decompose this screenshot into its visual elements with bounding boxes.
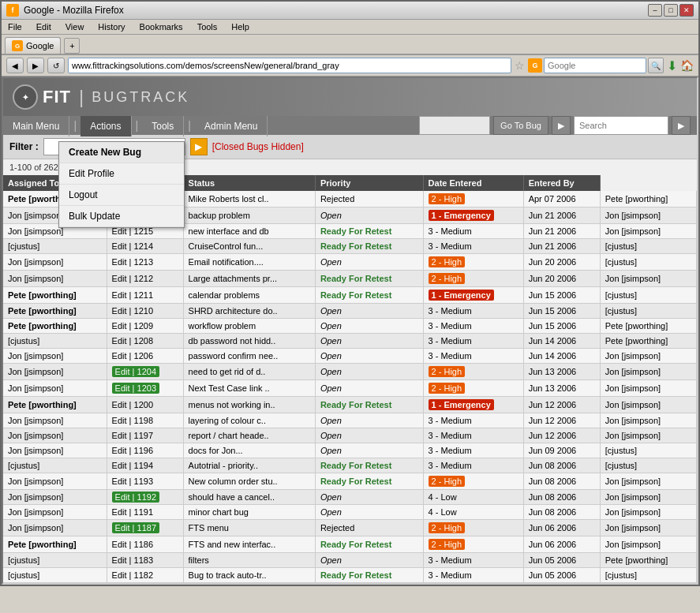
table-row: Jon [jsimpson]Edit | 1187FTS menuRejecte… [3,520,697,536]
cell-edit-id[interactable]: Edit | 1212 [107,271,183,287]
google-search-button[interactable]: 🔍 [648,58,664,73]
cell-assigned: Jon [jsimpson] [3,254,107,271]
go-to-bug-input[interactable] [419,116,490,135]
address-input[interactable] [68,58,511,73]
cell-entered-by: Jon [jsimpson] [600,380,696,397]
cell-subject: db password not hidd.. [183,334,315,349]
dropdown-create-bug[interactable]: Create New Bug [59,142,184,163]
cell-assigned: Jon [jsimpson] [3,413,107,428]
filter-go-button[interactable]: ▶ [190,138,208,155]
cell-edit-id[interactable]: Edit | 1196 [107,443,183,458]
cell-date: Jun 14 2006 [523,334,600,349]
cell-edit-id[interactable]: Edit | 1208 [107,334,183,349]
cell-priority: 1 - Emergency [423,287,523,304]
cell-edit-id[interactable]: Edit | 1197 [107,428,183,443]
browser-window: f Google - Mozilla Firefox – □ ✕ File Ed… [0,0,700,586]
cell-subject: calendar problems [183,287,315,304]
cell-status: Ready For Retest [315,271,423,287]
cell-edit-id[interactable]: Edit | 1192 [107,490,183,505]
search-button[interactable]: ▶ [672,116,691,135]
cell-edit-id[interactable]: Edit | 1209 [107,319,183,334]
menu-edit[interactable]: Edit [33,21,54,33]
cell-edit-id[interactable]: Edit | 1186 [107,536,183,553]
cell-status: Open [315,364,423,380]
cell-assigned: Pete [pworthing] [3,304,107,319]
menu-view[interactable]: View [62,21,88,33]
cell-edit-id[interactable]: Edit | 1203 [107,380,183,397]
close-button[interactable]: ✕ [679,4,694,17]
closed-bugs-link[interactable]: [Closed Bugs Hidden] [212,141,304,152]
cell-priority: 3 - Medium [423,304,523,319]
dropdown-bulk-update[interactable]: Bulk Update [59,206,184,227]
go-to-bug-arrow[interactable]: ▶ [552,116,571,135]
back-button[interactable]: ◀ [6,58,24,73]
table-row: Jon [jsimpson]Edit | 1193New column orde… [3,473,697,490]
tab-label: Google [26,41,54,50]
table-row: Jon [jsimpson]Edit | 1206password confir… [3,349,697,364]
dropdown-edit-profile[interactable]: Edit Profile [59,163,184,185]
cell-subject: Mike Roberts lost cl.. [183,191,315,207]
cell-date: Jun 21 2006 [523,207,600,224]
cell-edit-id[interactable]: Edit | 1191 [107,505,183,520]
cell-assigned: [cjustus] [3,458,107,473]
dropdown-logout[interactable]: Logout [59,185,184,206]
cell-edit-id[interactable]: Edit | 1198 [107,413,183,428]
cell-date: Jun 12 2006 [523,397,600,413]
cell-date: Jun 08 2006 [523,490,600,505]
new-tab-button[interactable]: + [64,38,80,54]
cell-edit-id[interactable]: Edit | 1206 [107,349,183,364]
menu-file[interactable]: File [5,21,25,33]
cell-priority: 1 - Emergency [423,207,523,224]
bookmark-star[interactable]: ☆ [515,59,525,72]
menu-tools[interactable]: Tools [194,21,221,33]
menu-help[interactable]: Help [228,21,253,33]
menu-history[interactable]: History [95,21,128,33]
table-row: Jon [jsimpson]Edit | 1198layering of col… [3,413,697,428]
table-row: [cjustus]Edit | 1214CruiseControl fun...… [3,239,697,254]
cell-priority: 3 - Medium [423,239,523,254]
nav-tools[interactable]: Tools [142,116,184,136]
cell-edit-id[interactable]: Edit | 1210 [107,304,183,319]
menu-bookmarks[interactable]: Bookmarks [137,21,186,33]
cell-edit-id[interactable]: Edit | 1182 [107,568,183,583]
nav-actions[interactable]: Actions [80,116,131,136]
cell-edit-id[interactable]: Edit | 1211 [107,287,183,304]
home-icon[interactable]: 🏠 [680,59,694,72]
logo-bugtrack: BUGTRACK [92,89,189,106]
cell-entered-by: Jon [jsimpson] [600,505,696,520]
go-to-bug-button[interactable]: Go To Bug [493,116,548,135]
cell-subject: Email notification.... [183,254,315,271]
cell-edit-id[interactable]: Edit | 1187 [107,520,183,536]
refresh-button[interactable]: ↺ [47,58,65,73]
cell-status: Ready For Retest [315,473,423,490]
cell-edit-id[interactable]: Edit | 1200 [107,397,183,413]
cell-subject: new interface and db [183,224,315,239]
forward-button[interactable]: ▶ [27,58,44,73]
table-row: Pete [pworthing]Edit | 1210SHRD architec… [3,304,697,319]
cell-edit-id[interactable]: Edit | 1183 [107,553,183,568]
cell-entered-by: [cjustus] [600,287,696,304]
cell-priority: 3 - Medium [423,224,523,239]
cell-date: Jun 08 2006 [523,458,600,473]
cell-entered-by: Jon [jsimpson] [600,428,696,443]
minimize-button[interactable]: – [648,4,662,17]
cell-edit-id[interactable]: Edit | 1194 [107,458,183,473]
cell-edit-id[interactable]: Edit | 1214 [107,239,183,254]
maximize-button[interactable]: □ [664,4,678,17]
cell-subject: Autotrial - priority.. [183,458,315,473]
cell-subject: CruiseControl fun... [183,239,315,254]
cell-edit-id[interactable]: Edit | 1193 [107,473,183,490]
actions-container: Main Menu | Actions | Tools | Admin Menu… [3,119,268,132]
cell-entered-by: [cjustus] [600,443,696,458]
table-row: Pete [pworthing]Edit | 1186FTS and new i… [3,536,697,553]
nav-admin[interactable]: Admin Menu [195,116,268,136]
cell-edit-id[interactable]: Edit | 1213 [107,254,183,271]
cell-date: Jun 05 2006 [523,553,600,568]
nav-main-menu[interactable]: Main Menu [3,116,69,136]
table-row: Pete [pworthing]Edit | 1211calendar prob… [3,287,697,304]
search-input[interactable] [574,116,668,135]
active-tab[interactable]: G Google [5,37,61,54]
cell-assigned: Jon [jsimpson] [3,349,107,364]
google-search-input[interactable] [544,58,646,73]
cell-edit-id[interactable]: Edit | 1204 [107,364,183,380]
